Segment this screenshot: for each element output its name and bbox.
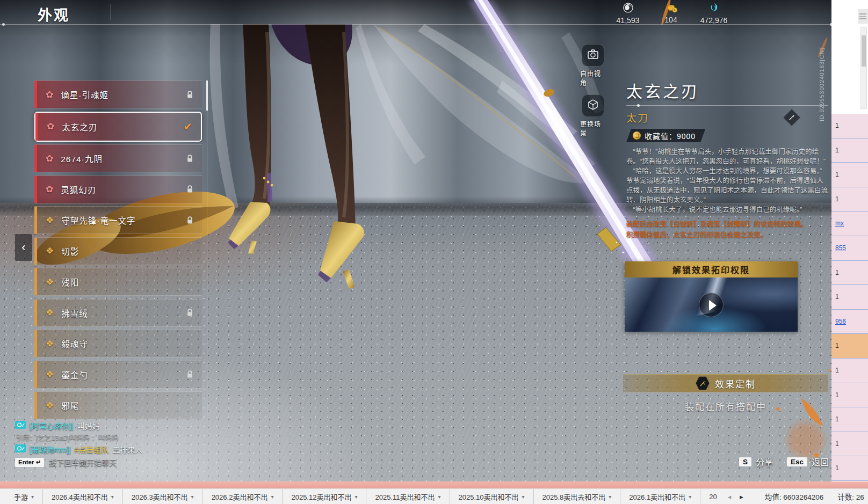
sheet-tab-label: 手游 bbox=[14, 492, 28, 502]
sheet-nav-left-icon[interactable]: ◂ bbox=[728, 493, 732, 501]
excel-cell[interactable]: 1 bbox=[831, 285, 868, 310]
list-scroll-thumb[interactable] bbox=[206, 81, 208, 111]
excel-cell[interactable]: 1 bbox=[831, 138, 868, 163]
sheet-tab[interactable]: 2025.12卖出和不出▾ bbox=[282, 489, 366, 504]
skin-list-item[interactable]: ❖ 邪尾 bbox=[34, 391, 202, 419]
chat-quote: 引用：[乞乞15aD]叫妈妈 ：叫妈妈 bbox=[16, 432, 143, 442]
skin-list-item[interactable]: ❖ 残阳 bbox=[34, 268, 202, 296]
sheet-tab-label: 2025.11卖出和不出 bbox=[375, 492, 435, 502]
skin-list-item[interactable]: ✿ 谪星·引魂姬 bbox=[34, 81, 202, 108]
excel-cell[interactable]: 1 bbox=[831, 407, 868, 432]
collapse-panel-button[interactable]: ‹ bbox=[15, 234, 32, 261]
effect-note: 积攒霸体值后，太玄之刃的形态也会随之改变。 bbox=[626, 231, 828, 240]
game-window: 外观 41,593 104 472,976 bbox=[0, 0, 831, 481]
sheet-tab[interactable]: 2026.1卖出和不出▾ bbox=[620, 489, 700, 504]
free-camera-label: 自由视角 bbox=[580, 69, 606, 87]
rarity-red-icon: ✿ bbox=[46, 153, 53, 164]
sheet-tab[interactable]: 手游▾ bbox=[5, 489, 42, 504]
sheet-tab[interactable]: 2025.8卖出去和不出▾ bbox=[533, 489, 620, 504]
excel-cell[interactable]: 1 bbox=[831, 163, 868, 187]
sheet-tab[interactable]: 2026.4卖出和不出▾ bbox=[42, 489, 122, 504]
excel-cell[interactable]: 1 bbox=[831, 432, 868, 457]
play-button[interactable] bbox=[699, 293, 724, 317]
chat-sender[interactable]: [时常心疼你]| bbox=[30, 420, 73, 431]
excel-cell[interactable]: 1 bbox=[831, 383, 868, 408]
weapon-title: 太玄之刃 bbox=[626, 78, 828, 102]
effect-customize-button[interactable]: 效果定制 bbox=[623, 374, 828, 392]
enter-hint-text: 按下回车键开始聊天 bbox=[49, 457, 117, 468]
collection-coin-icon bbox=[633, 132, 641, 140]
change-scene-button[interactable] bbox=[582, 94, 604, 117]
share-button[interactable]: S 分享 bbox=[739, 455, 773, 468]
skin-list-item[interactable]: ❖ 毅魂守 bbox=[34, 330, 202, 357]
header-rule bbox=[0, 24, 831, 25]
cube-icon bbox=[587, 98, 599, 113]
sheet-tab[interactable]: 2026.2卖出和不出▾ bbox=[202, 489, 283, 504]
skin-list-item[interactable]: ✿ 2674·九阴 bbox=[34, 144, 202, 172]
header-divider bbox=[111, 4, 111, 20]
camera-icon bbox=[587, 48, 599, 63]
excel-cell-accent[interactable]: 1 bbox=[831, 334, 868, 359]
excel-cell-link[interactable]: 956 bbox=[831, 310, 868, 334]
chevron-down-icon: ▾ bbox=[689, 494, 691, 500]
skin-list-item-selected[interactable]: ✿ 太玄之刃 ✔ bbox=[34, 112, 202, 142]
list-scroll-track[interactable] bbox=[207, 81, 207, 417]
sheet-tab[interactable]: 2025.11卖出和不出▾ bbox=[366, 489, 449, 504]
collection-value: 收藏值：9000 bbox=[645, 130, 696, 141]
coin-icon bbox=[623, 2, 634, 16]
chat-sender[interactable]: [珊瑚海mm]| bbox=[30, 444, 71, 455]
skin-name: 太玄之刃 bbox=[62, 121, 97, 133]
free-camera-button[interactable] bbox=[582, 44, 604, 67]
currency-gold-ingot[interactable]: 104 bbox=[655, 2, 686, 25]
skin-name: 守望先锋·竜一文字 bbox=[61, 214, 135, 226]
equipped-check-icon: ✔ bbox=[183, 120, 192, 133]
excel-cell-link[interactable]: 855 bbox=[831, 236, 868, 261]
chat-channel-icon bbox=[15, 444, 26, 454]
skin-list-item[interactable]: ✿ 灵狐幻刃 bbox=[34, 176, 202, 203]
chevron-down-icon: ▾ bbox=[438, 494, 441, 500]
esc-key-badge: Esc bbox=[787, 457, 807, 466]
chat-team-tag[interactable]: #点击组队 bbox=[75, 444, 109, 455]
rarity-gold-icon: ❖ bbox=[46, 400, 54, 411]
rarity-gold-icon: ❖ bbox=[46, 245, 54, 257]
sheet-tab[interactable]: 2025.10卖出和不出▾ bbox=[450, 489, 533, 504]
skin-list-item[interactable]: ❖ 鎏金勺 bbox=[34, 361, 202, 389]
currency-spirit[interactable]: 472,976 bbox=[698, 2, 729, 25]
sheet-tab[interactable]: 2026.3卖出和不出▾ bbox=[122, 489, 202, 504]
rarity-red-icon: ✿ bbox=[46, 89, 53, 100]
skin-list-item[interactable]: ❖ 拂雪绒 bbox=[34, 299, 202, 327]
currency-coin[interactable]: 41,593 bbox=[612, 2, 643, 25]
weapon-detail-panel: 太玄之刃 太刀 收藏值：9000 “爷爷！”胡桃坐在爷爷肩头，小手轻点那记载土御… bbox=[626, 78, 828, 242]
excel-cell[interactable]: 1 bbox=[831, 261, 868, 286]
enter-key-badge: Enter ↵ bbox=[15, 458, 44, 467]
sheet-nav-right-icon[interactable]: ▸ bbox=[740, 493, 743, 501]
excel-cell[interactable]: 1 bbox=[831, 187, 868, 212]
effect-notes: 装配后会改变【白蚀斩】及魂玉【封魔斩】的攻击特效效果。 积攒霸体值后，太玄之刃的… bbox=[626, 220, 828, 240]
sheet-tab-cut[interactable]: 20 bbox=[700, 489, 725, 504]
skin-list-item[interactable]: ❖ 守望先锋·竜一文字 bbox=[34, 206, 202, 234]
excel-pink-row-strip bbox=[0, 481, 868, 488]
average-value: 6603264206 bbox=[783, 493, 823, 501]
skin-list-item[interactable]: ❖ 切影 bbox=[34, 237, 202, 265]
excel-cell[interactable]: 1 bbox=[831, 359, 868, 383]
page-title: 外观 bbox=[38, 4, 70, 25]
skin-name: 灵狐幻刃 bbox=[61, 184, 96, 195]
character-legs bbox=[228, 24, 364, 289]
change-scene-label: 更换场景 bbox=[580, 119, 606, 137]
rarity-gold-icon: ❖ bbox=[46, 338, 54, 349]
excel-cell[interactable]: 1 bbox=[831, 114, 868, 138]
effect-preview-video: 解锁效果拓印权限 bbox=[625, 261, 798, 332]
chat-channel-icon bbox=[15, 421, 26, 430]
lock-icon bbox=[186, 370, 193, 378]
excel-vertical-scrollbar[interactable] bbox=[860, 27, 867, 109]
excel-cell-link[interactable]: mx bbox=[831, 211, 868, 236]
chat-panel: [时常心疼你]| 叫妈妈 引用：[乞乞15aD]叫妈妈 ：叫妈妈 [珊瑚海mm]… bbox=[15, 420, 143, 468]
back-button[interactable]: Esc 返回 bbox=[787, 455, 829, 468]
excel-cell[interactable]: 1 bbox=[831, 456, 868, 481]
weapon-type: 太刀 bbox=[626, 110, 649, 125]
weapon-diamond-icon[interactable] bbox=[783, 108, 801, 127]
screen: 外观 41,593 104 472,976 bbox=[0, 0, 868, 504]
rarity-gold-icon: ❖ bbox=[46, 369, 54, 380]
skin-name: 切影 bbox=[61, 245, 79, 257]
rarity-bar bbox=[34, 361, 37, 388]
